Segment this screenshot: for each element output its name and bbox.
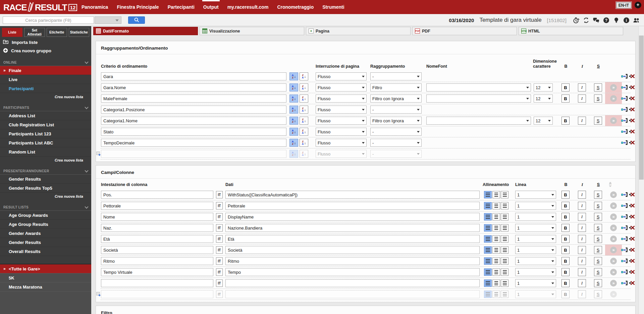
insert-row-icon[interactable] bbox=[621, 247, 628, 252]
italic-button[interactable]: I bbox=[578, 246, 586, 254]
nav-strumenti[interactable]: Strumenti bbox=[318, 0, 348, 14]
column-header-input[interactable] bbox=[101, 235, 213, 243]
sort-criterion-input[interactable] bbox=[101, 83, 286, 91]
bold-button[interactable]: B bbox=[561, 202, 570, 210]
search-input[interactable] bbox=[3, 16, 94, 24]
insert-row-icon[interactable] bbox=[621, 269, 628, 274]
language-badge[interactable]: IT bbox=[216, 191, 223, 198]
align-left-button[interactable] bbox=[484, 268, 492, 276]
sidebar-item-live[interactable]: »Live bbox=[0, 75, 91, 84]
sidebar-item-participants-list-123[interactable]: »Participants List 123 bbox=[0, 129, 91, 138]
scrollbar-thumb[interactable] bbox=[639, 36, 644, 180]
more-options-icon[interactable]: » bbox=[610, 213, 617, 220]
align-center-button[interactable] bbox=[492, 279, 500, 287]
sort-descending-button[interactable]: ZA↓ bbox=[300, 150, 308, 158]
underline-button[interactable]: S bbox=[594, 224, 602, 232]
insert-row-icon[interactable] bbox=[621, 258, 628, 263]
align-right-button[interactable] bbox=[501, 246, 508, 254]
more-options-icon[interactable]: » bbox=[610, 269, 617, 275]
nav-my-raceresult-com[interactable]: my.raceresult.com bbox=[223, 0, 273, 14]
bold-button[interactable]: B bbox=[561, 268, 570, 276]
align-left-button[interactable] bbox=[484, 213, 492, 221]
align-left-button[interactable] bbox=[484, 257, 492, 265]
delete-row-icon[interactable] bbox=[629, 225, 635, 230]
sidebar-tab-liste[interactable]: Liste bbox=[2, 28, 22, 37]
tab-dati-formato[interactable]: Dati/Formato bbox=[93, 27, 198, 35]
italic-button[interactable]: I bbox=[578, 213, 586, 221]
line-select[interactable]: 1 bbox=[515, 235, 556, 243]
italic-button[interactable]: I bbox=[578, 191, 586, 199]
language-badge[interactable]: IT bbox=[216, 213, 223, 221]
sort-criterion-input[interactable] bbox=[101, 139, 286, 147]
align-center-button[interactable] bbox=[492, 257, 500, 265]
sidebar-section-presenter-announcer[interactable]: PRESENTER/ANNOUNCER bbox=[0, 168, 91, 175]
nav-cronometraggio[interactable]: Cronometraggio bbox=[273, 0, 318, 14]
italic-button[interactable]: I bbox=[578, 268, 586, 276]
sort-descending-button[interactable]: ZA↓ bbox=[300, 72, 308, 80]
column-data-input[interactable] bbox=[225, 257, 480, 265]
sort-ascending-button[interactable]: AZ↓ bbox=[289, 106, 298, 114]
underline-button[interactable]: S bbox=[594, 202, 602, 210]
sidebar-section-online[interactable]: ONLINE bbox=[0, 59, 91, 66]
sort-criterion-input[interactable] bbox=[101, 117, 286, 125]
sidebar-item-random-list[interactable]: »Random List bbox=[0, 147, 91, 156]
sort-descending-button[interactable]: ZA↓ bbox=[300, 83, 308, 91]
underline-button[interactable]: S bbox=[594, 235, 602, 243]
line-select[interactable]: 1 bbox=[515, 224, 556, 232]
sort-criterion-input[interactable] bbox=[101, 150, 286, 158]
sort-ascending-button[interactable]: AZ↓ bbox=[289, 95, 298, 103]
insert-row-icon[interactable] bbox=[621, 118, 628, 123]
page-break-select[interactable]: Flusso bbox=[316, 128, 367, 136]
sidebar-item-club-registration-list[interactable]: »Club Registration List bbox=[0, 120, 91, 129]
italic-button[interactable]: I bbox=[578, 290, 586, 298]
users-icon[interactable] bbox=[633, 17, 640, 24]
bold-button[interactable]: B bbox=[561, 117, 570, 125]
font-name-select[interactable] bbox=[426, 95, 531, 103]
insert-row-icon[interactable] bbox=[621, 280, 628, 286]
language-badge[interactable]: IT bbox=[216, 246, 223, 254]
delete-row-icon[interactable] bbox=[629, 85, 635, 90]
delete-row-icon[interactable] bbox=[629, 129, 635, 134]
tab-pdf[interactable]: PDFPDF bbox=[412, 27, 517, 35]
delete-row-icon[interactable] bbox=[629, 247, 635, 252]
create-group-button[interactable]: Crea nuovo gruppo bbox=[0, 47, 91, 55]
grouping-select[interactable]: - bbox=[370, 139, 422, 147]
italic-button[interactable]: I bbox=[578, 279, 586, 287]
line-select[interactable]: 1 bbox=[515, 202, 556, 210]
align-right-button[interactable] bbox=[501, 191, 508, 198]
column-data-input[interactable] bbox=[225, 268, 480, 276]
more-options-icon[interactable]: » bbox=[610, 291, 617, 298]
language-toggle-button[interactable]: EN-IT bbox=[616, 2, 631, 8]
column-header-input[interactable] bbox=[101, 268, 213, 276]
sort-descending-button[interactable]: ZA↓ bbox=[300, 106, 308, 114]
column-header-input[interactable] bbox=[101, 213, 213, 221]
italic-button[interactable]: I bbox=[578, 202, 586, 210]
info-icon[interactable]: i bbox=[623, 17, 630, 24]
underline-button[interactable]: S bbox=[594, 257, 602, 265]
sort-ascending-button[interactable]: AZ↓ bbox=[289, 83, 298, 91]
align-center-button[interactable] bbox=[492, 235, 500, 243]
underline-button[interactable]: S bbox=[594, 117, 602, 125]
delete-row-icon[interactable] bbox=[629, 140, 635, 145]
create-list-link[interactable]: Crea nuova lista bbox=[0, 193, 91, 200]
tab-html[interactable]: HTMHTML bbox=[519, 27, 623, 35]
align-right-button[interactable] bbox=[501, 268, 508, 276]
language-badge[interactable]: IT bbox=[216, 224, 223, 232]
delete-row-icon[interactable] bbox=[629, 258, 635, 263]
more-options-icon[interactable]: » bbox=[610, 225, 617, 231]
underline-button[interactable]: S bbox=[594, 213, 602, 221]
delete-row-icon[interactable] bbox=[629, 74, 635, 79]
align-right-button[interactable] bbox=[501, 213, 508, 221]
align-left-button[interactable] bbox=[484, 191, 492, 198]
column-data-input[interactable] bbox=[225, 213, 480, 221]
sidebar-item-age-group-awards[interactable]: »Age Group Awards bbox=[0, 211, 91, 220]
sidebar-item-finale[interactable]: »Finale bbox=[0, 66, 91, 75]
sort-ascending-button[interactable]: AZ↓ bbox=[289, 72, 298, 80]
sort-descending-button[interactable]: ZA↓ bbox=[300, 95, 308, 103]
bold-button[interactable]: B bbox=[561, 191, 570, 199]
language-badge[interactable]: IT bbox=[216, 257, 223, 265]
sort-criterion-input[interactable] bbox=[101, 95, 286, 103]
bold-button[interactable]: B bbox=[561, 224, 570, 232]
add-row-icon[interactable] bbox=[96, 151, 101, 158]
sort-ascending-button[interactable]: AZ↓ bbox=[289, 139, 298, 147]
